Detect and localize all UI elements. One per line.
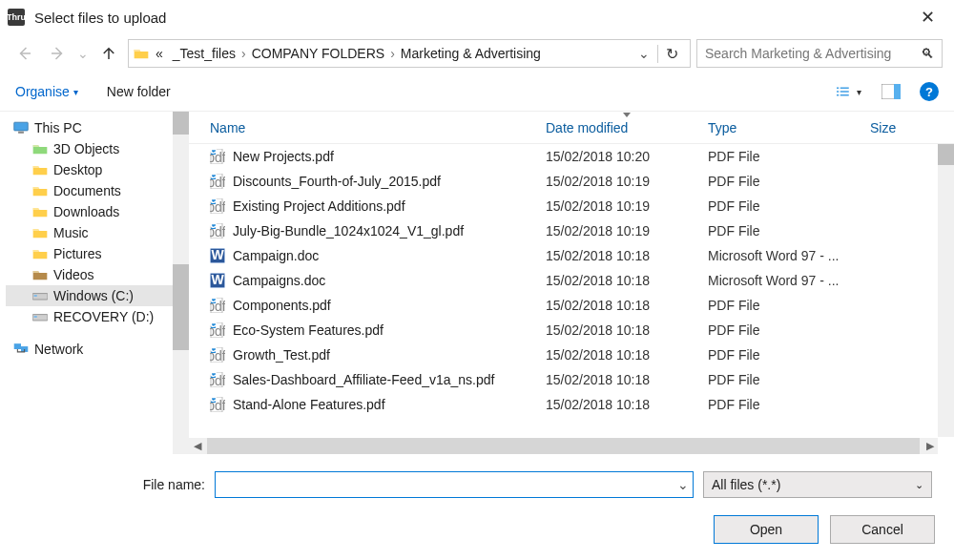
svg-rect-13 — [34, 316, 37, 318]
recent-dropdown[interactable]: ⌄ — [76, 40, 90, 67]
tree-label: Documents — [53, 183, 121, 198]
file-type-filter[interactable]: All files (*.*) ⌄ — [703, 471, 932, 498]
file-scroll-thumb-h[interactable] — [207, 438, 920, 454]
file-date: 15/02/2018 10:19 — [546, 198, 708, 214]
refresh-button[interactable]: ↻ — [657, 45, 686, 63]
tree-label: Videos — [53, 267, 94, 282]
table-row[interactable]: epdfSales-Dashboard_Affiliate-Feed_v1a_n… — [189, 367, 954, 392]
file-scroll-thumb-v[interactable] — [938, 144, 954, 165]
svg-text:W: W — [211, 273, 224, 287]
breadcrumb-segment[interactable]: COMPANY FOLDERS — [248, 46, 389, 61]
up-button[interactable] — [95, 40, 122, 67]
tree-item[interactable]: Music — [6, 222, 189, 243]
file-name: New Projects.pdf — [233, 149, 334, 164]
organise-label: Organise — [15, 84, 70, 99]
svg-text:pdf: pdf — [210, 224, 225, 239]
file-type: Microsoft Word 97 - ... — [708, 273, 870, 288]
tree-label: RECOVERY (D:) — [53, 309, 154, 324]
tree-item[interactable]: Documents — [6, 180, 189, 201]
table-row[interactable]: epdfNew Projects.pdf15/02/2018 10:20PDF … — [189, 144, 954, 169]
col-name[interactable]: Name — [189, 120, 546, 135]
tree-scrollbar[interactable] — [173, 112, 189, 454]
titlebar: Thru Select files to upload ✕ — [0, 0, 954, 34]
tree-item[interactable]: Desktop — [6, 159, 189, 180]
tree-item[interactable]: Pictures — [6, 243, 189, 264]
col-date[interactable]: Date modified — [546, 120, 708, 135]
help-button[interactable]: ? — [920, 82, 939, 101]
address-dropdown[interactable]: ⌄ — [633, 46, 655, 61]
breadcrumb-segment[interactable]: Marketing & Advertising — [397, 46, 545, 61]
tree-item[interactable]: 3D Objects — [6, 138, 189, 159]
preview-pane-button[interactable] — [878, 81, 904, 102]
table-row[interactable]: epdfStand-Alone Features.pdf15/02/2018 1… — [189, 392, 954, 417]
tree-item[interactable]: Downloads — [6, 201, 189, 222]
file-type: PDF File — [708, 372, 870, 387]
svg-rect-2 — [837, 91, 839, 93]
search-box[interactable]: Search Marketing & Advertising 🔍︎ — [696, 39, 943, 68]
tree-scroll-thumb-top[interactable] — [173, 112, 189, 135]
arrow-up-icon — [100, 45, 117, 62]
pdf-file-icon: epdf — [210, 198, 225, 214]
scroll-left-icon[interactable]: ◀ — [189, 440, 205, 452]
tree-item[interactable]: Windows (C:) — [6, 285, 189, 306]
table-row[interactable]: epdfDiscounts_Fourth-of-July_2015.pdf15/… — [189, 169, 954, 194]
tree-network[interactable]: Network — [6, 339, 189, 360]
chevron-down-icon: ▾ — [857, 87, 861, 97]
pdf-file-icon: epdf — [210, 149, 225, 164]
folder-icon — [133, 45, 150, 62]
svg-text:pdf: pdf — [210, 299, 225, 313]
svg-rect-5 — [840, 94, 849, 96]
folder-blue-icon — [32, 162, 48, 177]
table-row[interactable]: WCampaign.doc15/02/2018 10:18Microsoft W… — [189, 243, 954, 268]
file-type: PDF File — [708, 298, 870, 313]
col-size[interactable]: Size — [870, 120, 937, 135]
file-type: PDF File — [708, 397, 870, 412]
table-row[interactable]: epdfJuly-Big-Bundle_1024x1024_V1_gl.pdf1… — [189, 218, 954, 243]
filename-dropdown[interactable]: ⌄ — [674, 477, 693, 492]
new-folder-button[interactable]: New folder — [107, 84, 171, 99]
close-button[interactable]: ✕ — [908, 7, 946, 28]
pdf-file-icon: epdf — [210, 372, 225, 387]
file-list-view: Name Date modified Type Size epdfNew Pro… — [189, 112, 954, 454]
table-row[interactable]: WCampaigns.doc15/02/2018 10:18Microsoft … — [189, 268, 954, 293]
doc-file-icon: W — [210, 248, 225, 263]
svg-rect-8 — [14, 122, 29, 131]
scroll-right-icon[interactable]: ▶ — [922, 440, 938, 452]
forward-button[interactable] — [44, 40, 71, 67]
filename-input[interactable] — [216, 472, 674, 497]
svg-text:pdf: pdf — [210, 199, 225, 214]
file-name: Campaign.doc — [233, 248, 319, 263]
search-placeholder: Search Marketing & Advertising — [705, 46, 915, 61]
organise-menu[interactable]: Organise ▾ — [15, 84, 78, 99]
back-button[interactable] — [11, 40, 38, 67]
tree-scroll-thumb[interactable] — [173, 264, 189, 350]
cancel-button[interactable]: Cancel — [830, 515, 935, 544]
tree-item[interactable]: RECOVERY (D:) — [6, 306, 189, 327]
table-row[interactable]: epdfGrowth_Test.pdf15/02/2018 10:18PDF F… — [189, 342, 954, 367]
table-row[interactable]: epdfEco-System Features.pdf15/02/2018 10… — [189, 318, 954, 342]
file-date: 15/02/2018 10:18 — [546, 273, 708, 288]
tree-item[interactable]: Videos — [6, 264, 189, 285]
pdf-file-icon: epdf — [210, 298, 225, 313]
folder-pic-icon — [32, 246, 48, 261]
file-name: Campaigns.doc — [233, 273, 325, 288]
window-title: Select files to upload — [34, 10, 908, 26]
column-headers: Name Date modified Type Size — [189, 112, 954, 144]
view-options-button[interactable]: ▾ — [836, 81, 862, 102]
open-button[interactable]: Open — [714, 515, 819, 544]
pdf-file-icon: epdf — [210, 174, 225, 189]
svg-rect-7 — [894, 84, 901, 99]
svg-rect-4 — [837, 94, 839, 96]
col-type[interactable]: Type — [708, 120, 870, 135]
address-bar[interactable]: « _Test_files›COMPANY FOLDERS›Marketing … — [128, 39, 691, 68]
table-row[interactable]: epdfComponents.pdf15/02/2018 10:18PDF Fi… — [189, 293, 954, 318]
file-date: 15/02/2018 10:18 — [546, 298, 708, 313]
breadcrumb-segment[interactable]: _Test_files — [169, 46, 239, 61]
svg-text:pdf: pdf — [210, 323, 225, 338]
file-scrollbar-horizontal[interactable]: ◀ ▶ — [189, 438, 938, 454]
tree-this-pc[interactable]: This PC — [6, 117, 189, 138]
file-date: 15/02/2018 10:18 — [546, 347, 708, 363]
filename-input-wrap: ⌄ — [215, 471, 694, 498]
file-scrollbar-vertical[interactable] — [938, 144, 954, 437]
table-row[interactable]: epdfExisting Project Additions.pdf15/02/… — [189, 194, 954, 218]
